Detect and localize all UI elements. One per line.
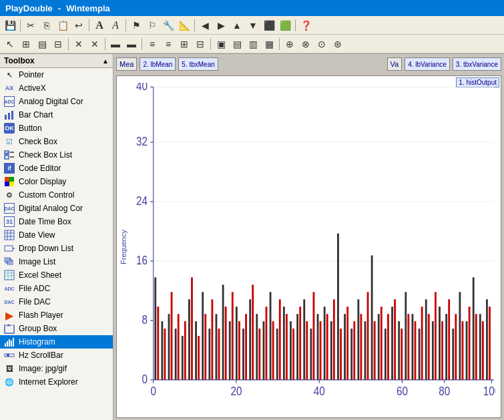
- app-name: PlayDouble: [5, 3, 53, 13]
- tb8-button[interactable]: ▬: [124, 37, 139, 51]
- tb4-button[interactable]: ⊟: [51, 37, 65, 51]
- toolbox-item-group-box[interactable]: ab Group Box: [0, 322, 113, 335]
- tb17-button[interactable]: ⊕: [282, 37, 297, 51]
- toolbox-item-label: Check Box: [19, 137, 57, 146]
- save-button[interactable]: 💾: [3, 18, 17, 33]
- tool3-button[interactable]: 🔧: [161, 18, 176, 33]
- toolbox-item-image[interactable]: 🖼 Image: jpg/gif: [0, 362, 113, 375]
- toolbox-item-drop-down-list[interactable]: Drop Down List: [0, 242, 113, 255]
- tb19-button[interactable]: ⊙: [314, 37, 329, 51]
- toolbox-item-color-display[interactable]: Color Display: [0, 175, 113, 188]
- tool1-button[interactable]: ⚑: [129, 18, 144, 33]
- nav1-button[interactable]: ◀: [198, 18, 212, 33]
- toolbox-item-button[interactable]: OK Button: [0, 122, 113, 135]
- tb13-button[interactable]: ▣: [214, 37, 228, 51]
- toolbox-item-image-list[interactable]: Image List: [0, 255, 113, 268]
- text-a-button[interactable]: A: [92, 18, 107, 33]
- color-display-icon: [4, 176, 15, 187]
- svg-text:100: 100: [483, 385, 495, 398]
- svg-rect-10: [9, 177, 14, 182]
- pointer-icon: ↖: [4, 69, 15, 80]
- toolbox-item-check-box-list[interactable]: Check Box List: [0, 148, 113, 162]
- tb5-button[interactable]: ✕: [71, 37, 86, 51]
- toolbox-item-check-box[interactable]: ☑ Check Box: [0, 135, 113, 148]
- toolbar-pointer-button[interactable]: ↖: [3, 37, 17, 51]
- toolbox-item-excel-sheet[interactable]: Excel Sheet: [0, 268, 113, 282]
- svg-text:40: 40: [136, 83, 148, 93]
- svg-rect-21: [6, 259, 11, 263]
- svg-rect-33: [7, 341, 8, 347]
- toolbox-item-file-dac[interactable]: DAC File DAC: [0, 295, 113, 308]
- paste-button[interactable]: 📋: [55, 18, 70, 33]
- toolbox-item-label: Bar Chart: [19, 110, 53, 120]
- tbxvariance-id-label[interactable]: 3. tbxVariance: [453, 57, 501, 71]
- toolbox-item-custom-control[interactable]: ⚙ Custom Control: [0, 188, 113, 202]
- nav5-button[interactable]: ⬛: [262, 18, 276, 33]
- svg-text:0: 0: [150, 385, 156, 398]
- svg-text:80: 80: [439, 385, 450, 398]
- toolbox: Toolbox ▲ ↖ Pointer AX ActiveX ADC Analo…: [0, 54, 113, 420]
- toolbox-collapse-icon[interactable]: ▲: [102, 57, 109, 65]
- toolbox-item-flash-player[interactable]: ▶ Flash Player: [0, 308, 113, 322]
- tb11-button[interactable]: ⊞: [177, 37, 192, 51]
- tb16-button[interactable]: ▦: [262, 37, 276, 51]
- toolbox-item-label: Analog Digital Cor: [19, 97, 83, 106]
- adc-icon: ADC: [4, 96, 15, 107]
- toolbar-sep-5: [295, 19, 296, 31]
- toolbox-item-adc[interactable]: ADC Analog Digital Cor: [0, 95, 113, 108]
- tb14-button[interactable]: ▤: [230, 37, 244, 51]
- tool2-button[interactable]: ⚐: [145, 18, 160, 33]
- toolbox-header: Toolbox ▲: [0, 54, 113, 68]
- tb7-button[interactable]: ▬: [108, 37, 123, 51]
- lbvariance-id-label[interactable]: 4. lbVariance: [405, 57, 450, 71]
- tb10-button[interactable]: ≡: [161, 37, 176, 51]
- date-time-box-icon: 31: [4, 216, 15, 227]
- toolbox-item-label: Date Time Box: [19, 217, 71, 226]
- tb2-button[interactable]: ⊞: [19, 37, 33, 51]
- nav3-button[interactable]: ▲: [230, 18, 244, 33]
- nav4-button[interactable]: ▼: [246, 18, 260, 33]
- y-axis-label: Frequency: [119, 230, 128, 264]
- toolbox-item-label: Image List: [19, 257, 55, 266]
- tb18-button[interactable]: ⊗: [298, 37, 313, 51]
- toolbox-item-file-adc[interactable]: ADC File ADC: [0, 282, 113, 295]
- tbxmean-id-label[interactable]: 5. tbxMean: [178, 57, 218, 71]
- cut-button[interactable]: ✂: [23, 18, 38, 33]
- toolbox-item-label: Histogram: [19, 337, 55, 347]
- tool4-button[interactable]: 📐: [177, 18, 192, 33]
- toolbox-item-code-editor[interactable]: if Code Editor: [0, 162, 113, 175]
- toolbox-item-pointer[interactable]: ↖ Pointer: [0, 68, 113, 81]
- lbmean-id-label[interactable]: 2. lbMean: [140, 57, 176, 71]
- toolbox-item-label: ActiveX: [19, 83, 46, 93]
- image-list-icon: [4, 256, 15, 267]
- toolbox-item-dac[interactable]: DAC Digital Analog Cor: [0, 202, 113, 215]
- tb15-button[interactable]: ▥: [246, 37, 260, 51]
- y-axis-label-container: Frequency: [119, 230, 129, 264]
- toolbar-sep-10: [279, 38, 280, 50]
- lb-variance-label: Va: [387, 57, 403, 71]
- nav6-button[interactable]: 🟩: [278, 18, 292, 33]
- toolbox-item-histogram[interactable]: Histogram: [0, 335, 113, 349]
- tb9-button[interactable]: ≡: [145, 37, 160, 51]
- toolbar-sep-6: [68, 38, 69, 50]
- toolbox-item-bar-chart[interactable]: Bar Chart: [0, 108, 113, 122]
- tb20-button[interactable]: ⊛: [330, 37, 345, 51]
- toolbox-item-date-time-box[interactable]: 31 Date Time Box: [0, 215, 113, 228]
- copy-button[interactable]: ⎘: [39, 18, 54, 33]
- undo-button[interactable]: ↩: [71, 18, 86, 33]
- help-button[interactable]: ❓: [298, 18, 313, 33]
- doc-name: Wintempla: [66, 3, 110, 13]
- toolbox-item-hz-scrollbar[interactable]: Hz ScrollBar: [0, 349, 113, 362]
- text-a-italic-button[interactable]: A: [108, 18, 123, 33]
- date-view-icon: [4, 230, 15, 240]
- nav2-button[interactable]: ▶: [214, 18, 228, 33]
- toolbox-item-activex[interactable]: AX ActiveX: [0, 81, 113, 95]
- hz-scrollbar-icon: [4, 350, 15, 361]
- tb3-button[interactable]: ▤: [35, 37, 49, 51]
- toolbox-scroll[interactable]: ↖ Pointer AX ActiveX ADC Analog Digital …: [0, 68, 113, 420]
- chart-drawing-area: 0 8 16 24 32: [132, 83, 495, 405]
- tb6-button[interactable]: ✕: [87, 37, 102, 51]
- toolbox-item-internet-explorer[interactable]: 🌐 Internet Explorer: [0, 375, 113, 389]
- toolbox-item-date-view[interactable]: Date View: [0, 228, 113, 242]
- tb12-button[interactable]: ⊟: [193, 37, 208, 51]
